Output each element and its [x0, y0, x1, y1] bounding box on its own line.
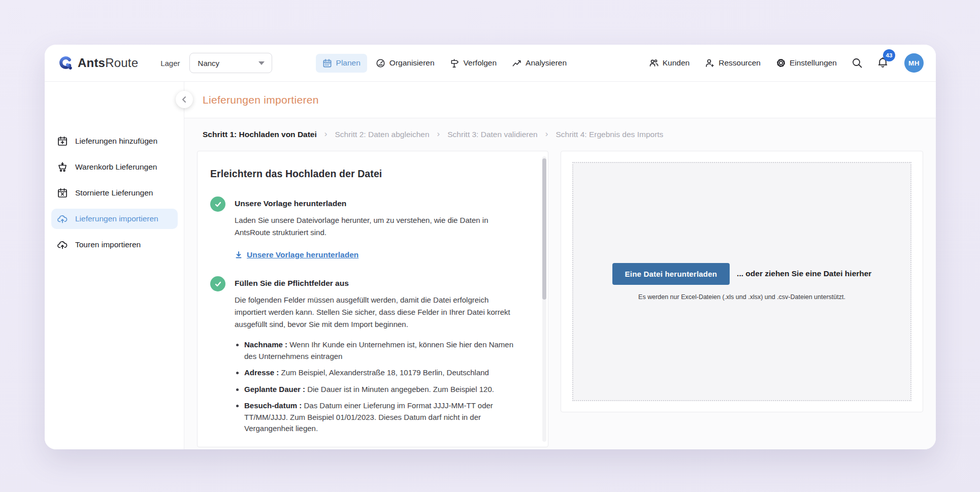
check-icon — [210, 276, 225, 291]
list-item: Nachname : Wenn Ihr Kunde ein Unternehme… — [244, 339, 521, 362]
tab-planen[interactable]: Planen — [316, 54, 367, 73]
signpost-icon — [450, 58, 460, 68]
drag-drop-hint: ... oder ziehen Sie eine Datei hierher — [737, 269, 871, 278]
list-item: Adresse : Zum Beispiel, Alexanderstraße … — [244, 367, 521, 379]
calendar-icon — [322, 58, 332, 68]
app-window: AntsRoute Lager Nancy Planen — [45, 45, 936, 449]
chart-icon — [512, 58, 521, 68]
search-button[interactable] — [851, 57, 863, 69]
help-section-required-fields: Füllen Sie die Pflichtfelder aus Die fol… — [210, 276, 521, 440]
user-avatar[interactable]: MH — [904, 53, 924, 73]
chevron-left-icon — [181, 96, 188, 103]
tab-organisieren[interactable]: Organisieren — [369, 54, 441, 73]
step-2: Schritt 2: Daten abgleichen — [335, 130, 429, 139]
sidebar-collapse-button[interactable] — [176, 91, 193, 108]
download-template-link[interactable]: Unsere Vorlage herunterladen — [235, 250, 521, 259]
step-1: Schritt 1: Hochladen von Datei — [203, 130, 317, 139]
nav-ressourcen[interactable]: Ressourcen — [705, 58, 761, 68]
scrollbar-thumb[interactable] — [542, 158, 546, 300]
brand-mark-icon — [59, 56, 73, 70]
warehouse-label: Lager — [160, 59, 180, 68]
sidebar-item-touren-importieren[interactable]: Touren importieren — [51, 235, 178, 255]
chevron-down-icon — [258, 61, 265, 65]
list-item: Geplante Dauer : Die Dauer ist in Minute… — [244, 384, 521, 396]
help-section-template: Unsere Vorlage herunterladen Laden Sie u… — [210, 196, 521, 259]
antsroute-logo[interactable]: AntsRoute — [59, 56, 138, 70]
upload-file-button[interactable]: Eine Datei herunterladen — [612, 263, 730, 285]
help-panel: Erleichtern das Hochladen der Datei Unse… — [197, 151, 548, 447]
gauge-icon — [376, 58, 385, 68]
upload-panel: Eine Datei herunterladen ... oder ziehen… — [561, 151, 923, 412]
nav-kunden[interactable]: Kunden — [649, 58, 690, 68]
secondary-nav: Kunden Ressourcen Einstellungen — [649, 53, 924, 73]
calendar-plus-icon — [57, 136, 68, 147]
supported-formats-note: Es werden nur Excel-Dateien (.xls und .x… — [638, 293, 845, 301]
sidebar-item-stornierte-lieferungen[interactable]: Stornierte Lieferungen — [51, 183, 178, 203]
cart-arrow-down-icon — [57, 161, 68, 173]
section-text: Die folgenden Felder müssen ausgefüllt w… — [235, 294, 517, 330]
cloud-upload-icon — [57, 239, 68, 250]
notification-count-badge: 43 — [883, 49, 895, 61]
calendar-cancel-icon — [57, 187, 68, 199]
section-title: Unsere Vorlage herunterladen — [235, 196, 521, 208]
import-steps-breadcrumb: Schritt 1: Hochladen von Datei › Schritt… — [184, 118, 936, 151]
brand-name: AntsRoute — [78, 56, 138, 70]
required-fields-list: Nachname : Wenn Ihr Kunde ein Unternehme… — [235, 339, 521, 435]
page-header: Lieferungen importieren — [184, 82, 936, 118]
step-3: Schritt 3: Daten validieren — [447, 130, 537, 139]
sidebar-item-warenkorb-lieferungen[interactable]: Warenkorb Lieferungen — [51, 157, 178, 177]
step-4: Schritt 4: Ergebnis des Imports — [556, 130, 663, 139]
page-title: Lieferungen importieren — [203, 94, 319, 106]
nav-einstellungen[interactable]: Einstellungen — [776, 58, 837, 68]
top-navbar: AntsRoute Lager Nancy Planen — [45, 45, 936, 82]
chevron-right-icon: › — [324, 129, 328, 139]
chevron-right-icon: › — [545, 129, 548, 139]
notifications-button[interactable]: 43 — [876, 56, 889, 71]
people-icon — [649, 58, 659, 68]
chevron-right-icon: › — [437, 129, 440, 139]
main-content: Lieferungen importieren Schritt 1: Hochl… — [184, 82, 936, 449]
tab-verfolgen[interactable]: Verfolgen — [443, 54, 504, 73]
gear-icon — [776, 58, 786, 68]
download-icon — [235, 251, 243, 259]
search-icon — [851, 57, 863, 69]
warehouse-select[interactable]: Nancy — [189, 53, 272, 73]
sidebar-item-lieferungen-importieren[interactable]: Lieferungen importieren — [51, 209, 178, 229]
person-plus-icon — [705, 58, 715, 68]
file-dropzone[interactable]: Eine Datei herunterladen ... oder ziehen… — [572, 162, 911, 401]
section-title: Füllen Sie die Pflichtfelder aus — [235, 276, 521, 288]
sidebar: Lieferungen hinzufügen Warenkorb Lieferu… — [45, 82, 184, 449]
main-nav: Planen Organisieren Verfolgen — [316, 54, 574, 73]
section-text: Laden Sie unsere Dateivorlage herunter, … — [235, 214, 517, 238]
warehouse-selected-value: Nancy — [198, 59, 220, 68]
help-panel-title: Erleichtern das Hochladen der Datei — [210, 168, 521, 180]
check-icon — [210, 196, 225, 212]
sidebar-item-lieferungen-hinzufuegen[interactable]: Lieferungen hinzufügen — [51, 131, 178, 151]
list-item: Besuch-datum : Das Datum einer Lieferung… — [244, 400, 521, 435]
tab-analysieren[interactable]: Analysieren — [505, 54, 573, 73]
cloud-upload-icon — [57, 213, 68, 224]
